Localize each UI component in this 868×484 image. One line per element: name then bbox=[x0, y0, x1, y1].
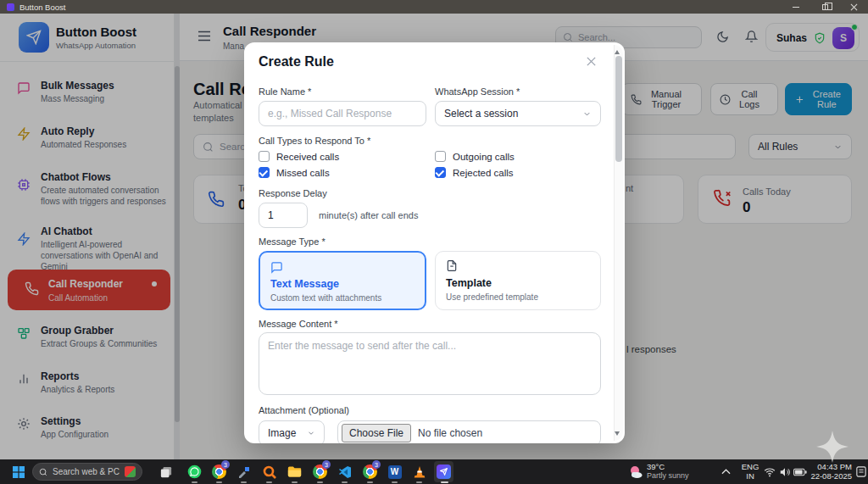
chevron-down-icon bbox=[307, 429, 315, 437]
app-icon bbox=[7, 3, 14, 11]
checkbox-icon[interactable] bbox=[259, 167, 270, 178]
taskbar-whatsapp-icon[interactable] bbox=[186, 464, 203, 480]
message-content-textarea[interactable] bbox=[259, 332, 601, 395]
vlc-icon bbox=[413, 465, 426, 478]
taskbar-chrome-1[interactable]: 3 bbox=[211, 464, 227, 480]
notification-badge: 3 bbox=[221, 460, 230, 469]
vscode-icon bbox=[338, 465, 352, 479]
window-title: Button Boost bbox=[19, 3, 65, 12]
taskbar-word[interactable]: W bbox=[387, 464, 403, 480]
search-icon bbox=[39, 468, 47, 476]
weather-condition[interactable]: Partly sunny bbox=[647, 471, 689, 481]
modal-close-button[interactable] bbox=[586, 56, 598, 68]
tool-icon bbox=[237, 465, 251, 479]
rule-name-label: Rule Name * bbox=[259, 86, 311, 97]
folder-icon bbox=[287, 465, 302, 478]
taskbar: Search web & PC 3 3 3 W 39°C Partly sunn… bbox=[0, 459, 868, 484]
session-select[interactable]: Select a session bbox=[435, 101, 601, 126]
taskbar-vscode[interactable] bbox=[337, 464, 353, 480]
modal-scrollbar-thumb[interactable] bbox=[615, 56, 622, 162]
task-view-button[interactable] bbox=[158, 464, 174, 480]
language-region[interactable]: IN bbox=[739, 471, 761, 481]
close-icon bbox=[586, 56, 597, 67]
taskbar-orange-app[interactable] bbox=[261, 464, 277, 480]
partly-sunny-icon bbox=[628, 465, 643, 480]
tray-expand-button[interactable] bbox=[718, 464, 734, 480]
create-rule-modal: Create Rule Rule Name * WhatsApp Session… bbox=[244, 42, 625, 443]
message-type-text-card[interactable]: Text Message Custom text with attachment… bbox=[259, 251, 426, 310]
weather-icon[interactable] bbox=[627, 464, 643, 480]
wifi-indicator[interactable] bbox=[761, 464, 777, 480]
checkbox-icon[interactable] bbox=[435, 167, 446, 178]
weather-temp[interactable]: 39°C bbox=[647, 462, 665, 471]
scroll-down-arrow[interactable] bbox=[615, 431, 620, 436]
attachment-file-input[interactable]: Choose File No file chosen bbox=[337, 420, 601, 443]
session-label: WhatsApp Session * bbox=[435, 86, 520, 97]
checkbox-rejected-calls[interactable]: Rejected calls bbox=[435, 167, 514, 178]
clock-date[interactable]: 22-08-2025 bbox=[804, 471, 852, 481]
chat-bubble-icon bbox=[270, 261, 283, 274]
message-type-template-card[interactable]: Template Use predefined template bbox=[435, 251, 601, 310]
chevron-up-icon bbox=[721, 469, 731, 475]
checkbox-outgoing-calls[interactable]: Outgoing calls bbox=[435, 151, 515, 162]
taskbar-chrome-3[interactable]: 3 bbox=[362, 464, 378, 480]
taskbar-search[interactable]: Search web & PC bbox=[32, 463, 142, 481]
checkbox-icon[interactable] bbox=[259, 151, 270, 162]
app-window: Button Boost WhatsApp Automation Bulk Me… bbox=[0, 14, 868, 459]
attachment-type-select[interactable]: Image bbox=[259, 420, 325, 443]
clock-time[interactable]: 04:43 PM bbox=[810, 462, 852, 471]
notification-badge: 3 bbox=[322, 460, 331, 469]
notification-badge: 3 bbox=[372, 460, 381, 469]
orange-magnifier-icon bbox=[263, 465, 276, 479]
taskbar-vlc[interactable] bbox=[411, 464, 427, 480]
button-boost-icon bbox=[437, 465, 451, 479]
minimize-button[interactable] bbox=[782, 0, 810, 14]
wifi-icon bbox=[764, 467, 776, 477]
notification-center-button[interactable] bbox=[853, 464, 868, 480]
taskbar-chrome-2[interactable]: 3 bbox=[312, 464, 328, 480]
response-delay-input[interactable] bbox=[259, 203, 308, 228]
message-content-label: Message Content * bbox=[259, 319, 338, 329]
message-type-label: Message Type * bbox=[259, 236, 326, 247]
whatsapp-icon bbox=[187, 465, 202, 479]
language-indicator[interactable]: ENG bbox=[739, 462, 761, 471]
checkbox-missed-calls[interactable]: Missed calls bbox=[259, 167, 330, 178]
checkbox-received-calls[interactable]: Received calls bbox=[259, 151, 339, 162]
notification-center-icon bbox=[856, 466, 866, 477]
file-text-icon bbox=[446, 259, 458, 272]
response-delay-suffix: minute(s) after call ends bbox=[319, 210, 418, 220]
taskbar-tool-app[interactable] bbox=[236, 464, 252, 480]
file-status: No file chosen bbox=[418, 427, 482, 439]
response-delay-label: Response Delay bbox=[259, 188, 327, 198]
close-window-button[interactable] bbox=[839, 0, 868, 14]
rule-name-input[interactable] bbox=[259, 101, 426, 126]
start-button[interactable] bbox=[10, 464, 26, 480]
taskbar-button-boost[interactable] bbox=[436, 464, 452, 480]
sparkle-cursor bbox=[816, 431, 849, 463]
word-icon: W bbox=[388, 465, 402, 479]
restore-button[interactable] bbox=[810, 0, 839, 14]
modal-title: Create Rule bbox=[259, 54, 334, 70]
taskbar-file-explorer[interactable] bbox=[287, 464, 303, 480]
choose-file-button[interactable]: Choose File bbox=[342, 424, 411, 442]
scroll-up-arrow[interactable] bbox=[615, 50, 620, 54]
volume-indicator[interactable] bbox=[776, 464, 793, 480]
task-view-icon bbox=[160, 466, 172, 478]
checkbox-icon[interactable] bbox=[435, 151, 446, 162]
chevron-down-icon bbox=[582, 109, 592, 119]
search-highlight-app-icon bbox=[125, 466, 136, 477]
attachment-label: Attachment (Optional) bbox=[259, 405, 349, 415]
window-titlebar: Button Boost bbox=[0, 0, 868, 14]
speaker-icon bbox=[779, 467, 791, 477]
close-icon bbox=[850, 3, 858, 11]
call-types-label: Call Types to Respond To * bbox=[259, 136, 370, 146]
windows-logo-icon bbox=[13, 466, 25, 478]
